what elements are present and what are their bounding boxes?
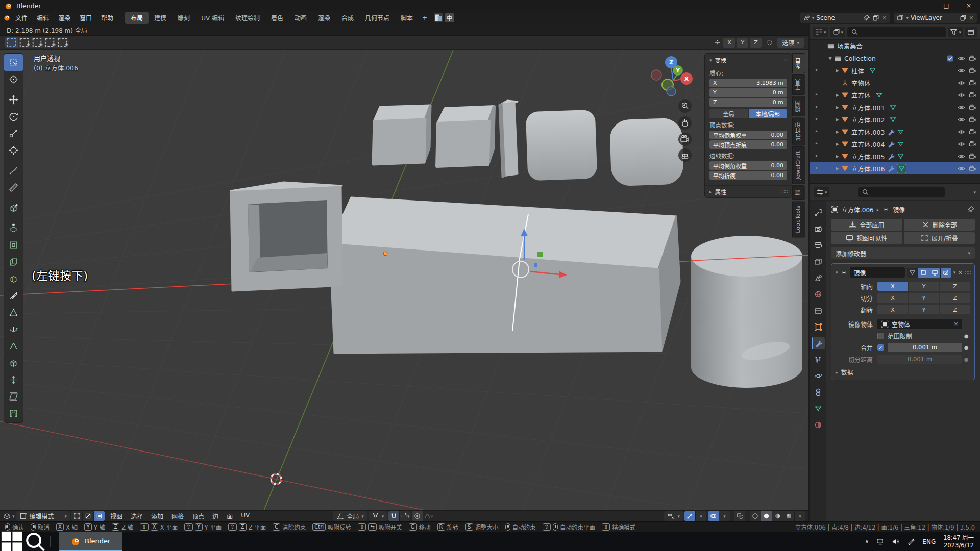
expand-all-button[interactable]: 展开/折叠 <box>904 232 975 244</box>
select-mode-face-button[interactable] <box>94 511 105 521</box>
viewlayer-selector[interactable]: ▾ ViewLayer × <box>894 13 977 23</box>
network-icon[interactable] <box>876 538 884 545</box>
pin-icon[interactable] <box>967 206 975 213</box>
modifier-extras-dropdown[interactable]: ▾ <box>953 270 956 275</box>
new-collection-button[interactable] <box>965 27 977 37</box>
camera-view-button[interactable] <box>678 133 692 146</box>
pin-icon[interactable] <box>863 14 870 21</box>
properties-tab-particles[interactable] <box>812 354 825 366</box>
sidebar-tab[interactable]: 3D打印 <box>792 117 805 145</box>
modifier-name-field[interactable]: 镜像 <box>850 267 905 278</box>
gizmos-dropdown[interactable]: ▾ <box>696 511 706 521</box>
outliner-filter-button[interactable]: ▾ <box>948 27 963 37</box>
rounded-cube-object[interactable] <box>609 118 684 187</box>
remove-viewlayer-icon[interactable]: × <box>969 14 974 21</box>
tool-cursor[interactable] <box>4 71 23 88</box>
menubar-item[interactable]: 窗口 <box>75 12 96 23</box>
median-z-field[interactable]: Z0 m <box>709 98 787 107</box>
add-modifier-dropdown[interactable]: 添加修改器 ▾ <box>831 247 975 259</box>
properties-tab-physics[interactable] <box>812 370 825 382</box>
properties-tab-data[interactable] <box>812 403 825 415</box>
select-mode-new[interactable] <box>5 37 18 48</box>
viewport-menu-item[interactable]: 面 <box>223 511 237 521</box>
edge-data-field[interactable]: 平均折痕0.00 <box>709 171 787 180</box>
expand-icon[interactable]: ▶ <box>834 130 841 134</box>
space-toggle-button[interactable]: 全局 <box>709 109 748 118</box>
properties-tab-scene[interactable] <box>812 272 825 284</box>
disable-render-icon[interactable] <box>969 116 976 123</box>
viewport-menu-item[interactable]: 顶点 <box>188 511 208 521</box>
tool-transform[interactable] <box>4 142 23 159</box>
workspace-tab[interactable]: 纹理绘制 <box>230 12 265 24</box>
workspace-tab[interactable]: 渲染 <box>312 12 336 24</box>
ime-mode-badge[interactable]: 中 <box>445 13 454 22</box>
ime-flag-icon[interactable] <box>434 13 443 22</box>
overlays-dropdown[interactable]: ▾ <box>719 511 730 521</box>
expand-icon[interactable]: ▶ <box>834 154 841 159</box>
disable-render-icon[interactable] <box>969 79 976 87</box>
vertex-data-field[interactable]: 平均顶点折痕0.00 <box>709 140 787 149</box>
sidebar-tab[interactable]: 视图 <box>792 96 805 116</box>
select-mode-subtract[interactable] <box>31 37 43 48</box>
sidebar-tab[interactable]: JewelCraft <box>792 146 805 184</box>
disable-render-icon[interactable] <box>969 67 976 74</box>
outliner-search-input[interactable] <box>847 27 946 37</box>
taskbar-search-button[interactable] <box>23 532 47 551</box>
expand-icon[interactable]: ▶ <box>834 117 841 122</box>
median-x-field[interactable]: X3.1983 m <box>709 79 787 87</box>
show-on-cage-toggle[interactable] <box>907 268 918 278</box>
clear-object-icon[interactable]: × <box>953 320 959 328</box>
minimize-button[interactable]: – <box>913 0 935 11</box>
properties-tab-collection[interactable] <box>812 305 825 317</box>
tool-loop-cut[interactable] <box>4 270 23 287</box>
sidebar-tab[interactable]: 流 <box>792 185 805 200</box>
data-subpanel-header[interactable]: ▸ 数据 <box>836 368 970 377</box>
menubar-item[interactable]: 文件 <box>11 12 32 23</box>
properties-tab-view-layer[interactable] <box>812 256 825 268</box>
pivot-point-dropdown[interactable]: ▾ <box>369 511 387 521</box>
viewport-3d-scene[interactable]: Z Y X <box>0 50 808 510</box>
menubar-item[interactable]: 渲染 <box>54 12 75 23</box>
tool-bevel[interactable] <box>4 254 23 270</box>
expand-icon[interactable]: ▶ <box>834 105 841 110</box>
hide-eye-icon[interactable] <box>958 140 965 148</box>
pen-icon[interactable] <box>907 538 915 545</box>
properties-tab-material[interactable] <box>812 419 825 431</box>
properties-editor-type-button[interactable]: ▾ <box>814 187 829 197</box>
collection-checkbox[interactable] <box>946 55 954 62</box>
outliner-display-mode-button[interactable]: ▾ <box>830 27 846 37</box>
tool-annotate[interactable] <box>4 162 23 179</box>
drag-handle-icon[interactable]: ∷∷ <box>781 57 787 63</box>
orientation-selector[interactable]: 全局 ▾ <box>333 511 367 521</box>
merge-value-field[interactable]: 0.001 m <box>888 343 962 352</box>
expand-icon[interactable]: ▶ <box>834 166 841 171</box>
remove-modifier-icon[interactable]: × <box>958 269 963 276</box>
delete-all-button[interactable]: 删除全部 <box>904 219 975 231</box>
hide-eye-icon[interactable] <box>958 116 965 123</box>
workspace-tab[interactable]: 雕刻 <box>172 12 195 24</box>
median-y-field[interactable]: Y0 m <box>709 88 787 97</box>
outliner-row[interactable]: ▼Collection <box>810 52 980 64</box>
shading-wireframe-button[interactable] <box>750 511 761 521</box>
snap-base-icon[interactable] <box>766 39 773 46</box>
properties-options-dropdown[interactable]: ▾ <box>973 190 976 195</box>
workspace-tab[interactable]: 动画 <box>289 12 312 24</box>
xyz-flip-y-toggle[interactable]: Y <box>909 305 939 314</box>
tool-inset[interactable] <box>4 237 23 254</box>
hide-eye-icon[interactable] <box>958 128 965 136</box>
scene-selector[interactable]: ▾ Scene × <box>800 13 890 23</box>
animate-dot-icon[interactable]: ● <box>962 357 970 362</box>
tool-smooth[interactable] <box>4 338 23 355</box>
hide-eye-icon[interactable] <box>958 91 965 99</box>
tool-scale[interactable] <box>4 125 23 142</box>
tool-rip-region[interactable] <box>4 405 23 422</box>
workspace-tab[interactable]: 着色 <box>265 12 289 24</box>
taskbar-blender-button[interactable]: Blender <box>59 532 122 551</box>
plane-handle-icon[interactable] <box>537 252 543 257</box>
tool-poly-build[interactable] <box>4 304 23 321</box>
tool-shrink-fatten[interactable] <box>4 371 23 388</box>
xyz-axis-y-toggle[interactable]: Y <box>909 282 939 291</box>
disable-render-icon[interactable] <box>969 153 976 160</box>
workspace-tab[interactable]: 建模 <box>149 12 172 24</box>
outliner-row[interactable]: •▶立方体.001 <box>810 101 980 113</box>
